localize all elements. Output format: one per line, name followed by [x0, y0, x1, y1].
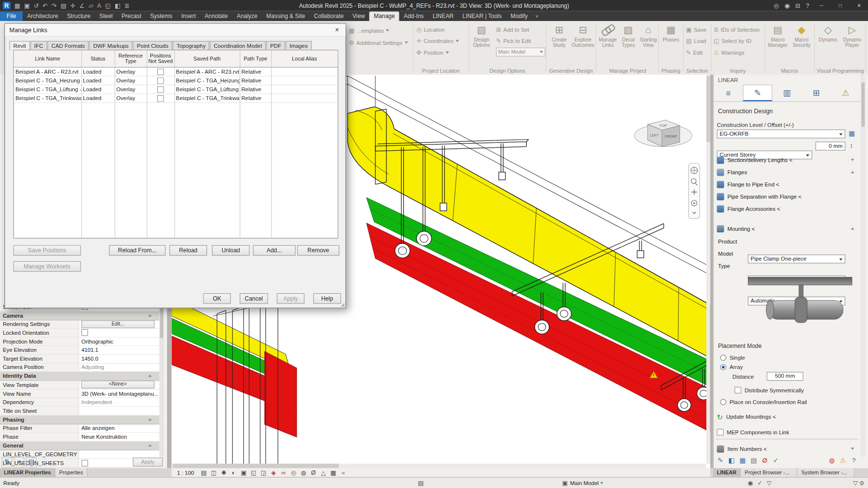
close-button[interactable]: ✕: [852, 3, 866, 8]
item-numbers-button[interactable]: Item Numbers <: [717, 443, 856, 454]
macro-security-button[interactable]: ◆ Macro Security: [790, 23, 813, 49]
tab-architecture[interactable]: Architecture: [22, 12, 62, 21]
worksharing-display-icon[interactable]: ▦: [330, 469, 337, 476]
dialog-tab-coordination[interactable]: Coordination Model: [210, 41, 266, 50]
selection-load-button[interactable]: ▤ Load: [686, 36, 706, 46]
filter-icon[interactable]: ▽: [767, 480, 772, 487]
prop-header-general[interactable]: General: [0, 442, 160, 450]
manage-links-button[interactable]: Manage Links: [598, 23, 618, 49]
tab-steel[interactable]: Steel: [95, 12, 117, 21]
save-positions-button[interactable]: Save Positions: [13, 245, 81, 256]
panel-label[interactable]: Visual Programming: [815, 67, 865, 73]
dialog-tab-pointclouds[interactable]: Point Clouds: [133, 41, 172, 50]
flange-accessories-button[interactable]: Flange Accessories <: [717, 203, 856, 214]
temporary-view-properties-icon[interactable]: ◍: [300, 469, 307, 476]
keyboard-shortcut-icon[interactable]: ▤: [418, 480, 424, 487]
table-icon[interactable]: ▦: [738, 456, 747, 465]
ribbon-state-toggle-icon[interactable]: [536, 16, 539, 18]
calculator-icon[interactable]: ⊞: [802, 84, 831, 101]
sun-path-icon[interactable]: ✺: [220, 469, 227, 476]
positions-not-saved-checkbox[interactable]: [157, 95, 164, 102]
text-note-icon[interactable]: A: [97, 0, 101, 11]
dialog-tab-pdf[interactable]: PDF: [266, 41, 285, 50]
distribute-symmetrically-checkbox[interactable]: Distribute Symmetrically: [735, 385, 868, 396]
filter-list-icon[interactable]: ▤: [26, 457, 37, 468]
locked-orientation-checkbox[interactable]: [82, 329, 88, 336]
undo-icon[interactable]: ↶: [42, 0, 47, 11]
view-template-button[interactable]: <None>: [82, 381, 155, 389]
crop-view-icon[interactable]: ▣: [240, 469, 248, 476]
view-scale-button[interactable]: 1 : 100: [177, 469, 197, 475]
macro-manager-button[interactable]: ▤ Macro Manager: [766, 23, 789, 49]
linear-caption[interactable]: LINEAR: [718, 77, 738, 83]
clear-icon[interactable]: Ø: [760, 456, 769, 465]
viewbar-collapse-icon[interactable]: «: [340, 469, 347, 476]
canvas-vscrollbar[interactable]: [706, 75, 710, 464]
viewcube-front-label[interactable]: FRONT: [665, 134, 678, 139]
placement-array-radio[interactable]: Array: [720, 361, 860, 372]
columns-icon[interactable]: ▥: [772, 84, 802, 101]
viewcube[interactable]: TOP LEFT FRONT: [634, 120, 692, 146]
design-options-status-icon[interactable]: ▣: [562, 480, 568, 487]
tab-manage[interactable]: Manage: [370, 12, 399, 21]
prop-header-camera[interactable]: Camera: [0, 311, 160, 320]
constraints-icon[interactable]: △: [320, 469, 327, 476]
panel-label[interactable]: Phasing: [660, 67, 683, 73]
design-options-button[interactable]: ▧ Design Options: [471, 23, 493, 49]
ok-button[interactable]: OK: [203, 293, 231, 304]
viewcube-left-label[interactable]: LEFT: [650, 133, 659, 138]
panel-label[interactable]: Selection: [684, 67, 710, 73]
editable-only-icon[interactable]: ◉: [747, 480, 753, 487]
tab-insert[interactable]: Insert: [177, 12, 200, 21]
tab-properties[interactable]: Properties: [55, 468, 87, 477]
help-button[interactable]: Help: [313, 293, 341, 304]
active-design-option[interactable]: Main Model: [570, 480, 599, 486]
construction-level-dropdown[interactable]: EG-OKRFB: [717, 129, 845, 138]
ids-of-selection-button[interactable]: ≣ IDs of Selection: [714, 24, 760, 34]
reload-button[interactable]: Reload: [169, 245, 207, 256]
dialog-tab-topography[interactable]: Topography: [173, 41, 209, 50]
table-row[interactable]: Beispiel C - TGA_TrinkwassLoaded Overlay…: [14, 94, 337, 103]
table-row[interactable]: Beispiel A - ARC - R23.rvtLoaded Overlay…: [14, 67, 337, 76]
dynamo-button[interactable]: ◇ Dynamo: [816, 23, 840, 43]
cart-icon[interactable]: ⊟: [795, 2, 800, 9]
selection-edit-button[interactable]: ✎ Edit: [686, 48, 703, 58]
section-icon[interactable]: ◧: [115, 0, 121, 11]
lock-3d-view-icon[interactable]: ◈: [270, 469, 277, 476]
shadows-icon[interactable]: ◐: [230, 469, 237, 476]
tab-linear-properties[interactable]: LINEAR Properties: [0, 468, 55, 477]
group-icon[interactable]: ≡: [14, 457, 24, 468]
menu-icon[interactable]: ≡: [714, 84, 743, 101]
show-crop-region-icon[interactable]: ◱: [250, 469, 257, 476]
dynamo-player-button[interactable]: ▷ Dynamo Player: [840, 23, 864, 49]
reveal-hidden-icon[interactable]: ◎: [290, 469, 297, 476]
positions-not-saved-checkbox[interactable]: [157, 77, 164, 84]
mounting-button[interactable]: Mounting <: [717, 223, 856, 234]
print-icon[interactable]: ▤: [61, 0, 66, 11]
unload-button[interactable]: Unload: [212, 245, 249, 256]
viewcube-top-label[interactable]: TOP: [659, 123, 667, 128]
warnings-button[interactable]: ⚠ Warnings: [714, 48, 744, 58]
mep-components-checkbox[interactable]: MEP Components in Link: [717, 427, 856, 438]
user-account-icon[interactable]: ◉: [785, 2, 790, 9]
resize-grip-icon[interactable]: ◢: [340, 302, 344, 307]
distance-input[interactable]: 500 mm: [766, 372, 803, 381]
warnings-tab-icon[interactable]: ⚠: [831, 84, 860, 101]
dialog-tab-revit[interactable]: Revit: [9, 41, 30, 50]
flange-to-pipe-end-button[interactable]: Flange to Pipe End <: [717, 179, 856, 190]
create-study-button[interactable]: ⊞ Create Study: [547, 23, 571, 49]
add-button[interactable]: Add...: [253, 245, 295, 256]
measure-icon[interactable]: ✛: [70, 0, 75, 11]
help-icon[interactable]: ?: [806, 2, 809, 9]
location-button[interactable]: ◎ Location: [416, 24, 445, 34]
positions-not-saved-checkbox[interactable]: [157, 68, 164, 75]
table-row[interactable]: Beispiel C - TGA_Lüftung -Loaded Overlay…: [14, 85, 337, 94]
tab-linear-tools[interactable]: LINEAR | Tools: [458, 12, 506, 21]
table-row[interactable]: Beispiel C - TGA_Heizung -Loaded Overlay…: [14, 76, 337, 85]
prop-header-identity-data[interactable]: Identity Data: [0, 372, 160, 381]
dialog-close-icon[interactable]: ✕: [332, 24, 342, 36]
templates-button[interactable]: ▦ ...emplates: [349, 25, 389, 35]
tab-file[interactable]: File: [0, 12, 22, 21]
tab-linear[interactable]: LINEAR: [428, 12, 458, 21]
tab-collaborate[interactable]: Collaborate: [310, 12, 348, 21]
